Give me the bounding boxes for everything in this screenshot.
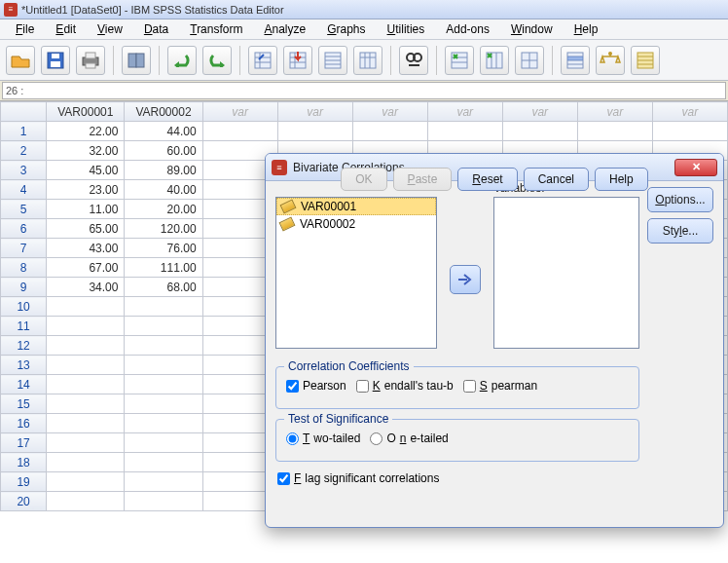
cell[interactable]: 43.00 bbox=[47, 239, 125, 258]
spearman-checkbox[interactable]: Spearman bbox=[463, 379, 537, 393]
variables-button[interactable] bbox=[318, 46, 347, 75]
cell[interactable] bbox=[47, 472, 125, 492]
cell[interactable]: 40.00 bbox=[125, 180, 202, 200]
insert-case-button[interactable] bbox=[445, 46, 474, 75]
row-header[interactable]: 9 bbox=[1, 278, 47, 297]
move-right-button[interactable] bbox=[450, 265, 481, 294]
paste-button[interactable]: Paste bbox=[393, 168, 453, 191]
menu-addons[interactable]: Add-ons bbox=[436, 20, 499, 38]
menu-graphs[interactable]: Graphs bbox=[317, 20, 375, 38]
menu-view[interactable]: View bbox=[88, 20, 132, 38]
cell[interactable]: 89.00 bbox=[125, 161, 202, 180]
value-labels-button[interactable] bbox=[631, 46, 660, 75]
cell[interactable]: 23.00 bbox=[47, 180, 125, 200]
row-header[interactable]: 19 bbox=[1, 472, 47, 492]
row-header[interactable]: 3 bbox=[1, 161, 47, 180]
two-tailed-radio[interactable]: Two-tailed bbox=[286, 432, 360, 445]
redo-button[interactable] bbox=[202, 46, 232, 75]
cell[interactable] bbox=[47, 394, 125, 414]
cell[interactable] bbox=[47, 336, 125, 356]
row-header[interactable]: 6 bbox=[1, 219, 47, 239]
cell[interactable]: 60.00 bbox=[125, 141, 202, 161]
menu-window[interactable]: Window bbox=[501, 20, 563, 38]
help-button[interactable]: Help bbox=[595, 168, 648, 191]
cell[interactable]: 76.00 bbox=[125, 239, 202, 258]
column-header-empty[interactable]: var bbox=[352, 102, 427, 122]
cell[interactable] bbox=[502, 122, 577, 141]
cell[interactable]: 34.00 bbox=[47, 278, 125, 297]
ok-button[interactable]: OK bbox=[341, 168, 386, 191]
cell[interactable] bbox=[125, 492, 202, 511]
cell[interactable] bbox=[125, 356, 202, 375]
row-header[interactable]: 18 bbox=[1, 453, 47, 472]
cell-address[interactable]: 26 : bbox=[2, 82, 726, 99]
open-button[interactable] bbox=[6, 46, 35, 75]
cell[interactable]: 11.00 bbox=[47, 200, 125, 219]
menu-help[interactable]: Help bbox=[564, 20, 608, 38]
row-header[interactable]: 5 bbox=[1, 200, 47, 219]
column-header-empty[interactable]: var bbox=[427, 102, 502, 122]
row-header[interactable]: 13 bbox=[1, 356, 47, 375]
cell[interactable]: 67.00 bbox=[47, 258, 125, 278]
row-header[interactable]: 7 bbox=[1, 239, 47, 258]
column-header[interactable]: VAR00002 bbox=[125, 102, 202, 122]
cell[interactable] bbox=[125, 375, 202, 394]
source-variable-list[interactable]: VAR00001 VAR00002 bbox=[275, 197, 437, 349]
column-header-empty[interactable]: var bbox=[277, 102, 352, 122]
row-header[interactable]: 11 bbox=[1, 317, 47, 336]
goto-case-button[interactable] bbox=[248, 46, 277, 75]
cell[interactable] bbox=[47, 375, 125, 394]
list-item[interactable]: VAR00001 bbox=[276, 198, 436, 215]
row-header[interactable]: 15 bbox=[1, 394, 47, 414]
column-header[interactable]: VAR00001 bbox=[47, 102, 125, 122]
insert-variable-button[interactable] bbox=[480, 46, 509, 75]
column-header-empty[interactable]: var bbox=[202, 102, 277, 122]
menu-analyze[interactable]: Analyze bbox=[254, 20, 315, 38]
cell[interactable]: 120.00 bbox=[125, 219, 202, 239]
cell[interactable] bbox=[125, 297, 202, 317]
split-file-button[interactable] bbox=[515, 46, 544, 75]
style-button[interactable]: Style... bbox=[647, 218, 713, 244]
undo-button[interactable] bbox=[167, 46, 197, 75]
cell[interactable] bbox=[47, 433, 125, 453]
menu-edit[interactable]: Edit bbox=[46, 20, 86, 38]
menu-utilities[interactable]: Utilities bbox=[378, 20, 435, 38]
list-item[interactable]: VAR00002 bbox=[276, 215, 436, 233]
cell[interactable] bbox=[202, 122, 277, 141]
cell[interactable] bbox=[352, 122, 427, 141]
grid-corner[interactable] bbox=[1, 102, 47, 122]
cell[interactable] bbox=[47, 356, 125, 375]
row-header[interactable]: 1 bbox=[1, 122, 47, 141]
row-header[interactable]: 16 bbox=[1, 414, 47, 433]
save-button[interactable] bbox=[41, 46, 70, 75]
weight-cases-button[interactable] bbox=[596, 46, 625, 75]
row-header[interactable]: 12 bbox=[1, 336, 47, 356]
cell[interactable] bbox=[47, 492, 125, 511]
cell[interactable]: 111.00 bbox=[125, 258, 202, 278]
cell[interactable] bbox=[125, 336, 202, 356]
print-button[interactable] bbox=[76, 46, 105, 75]
cell[interactable] bbox=[47, 414, 125, 433]
kendall-checkbox[interactable]: Kendall's tau-b bbox=[356, 379, 454, 393]
cancel-button[interactable]: Cancel bbox=[524, 168, 589, 191]
row-header[interactable]: 10 bbox=[1, 297, 47, 317]
menu-data[interactable]: Data bbox=[134, 20, 178, 38]
row-header[interactable]: 4 bbox=[1, 180, 47, 200]
goto-variable-button[interactable] bbox=[283, 46, 312, 75]
menu-file[interactable]: File bbox=[6, 20, 44, 38]
find-button[interactable] bbox=[399, 46, 428, 75]
recall-dialog-button[interactable] bbox=[122, 46, 151, 75]
cell[interactable] bbox=[125, 433, 202, 453]
row-header[interactable]: 2 bbox=[1, 141, 47, 161]
row-header[interactable]: 8 bbox=[1, 258, 47, 278]
cell[interactable] bbox=[577, 122, 652, 141]
cell[interactable] bbox=[47, 453, 125, 472]
flag-correlations-checkbox[interactable]: Flag significant correlations bbox=[277, 471, 439, 485]
row-header[interactable]: 20 bbox=[1, 492, 47, 511]
target-variable-list[interactable] bbox=[493, 197, 639, 349]
cell[interactable]: 65.00 bbox=[47, 219, 125, 239]
cell[interactable] bbox=[277, 122, 352, 141]
cell[interactable]: 32.00 bbox=[47, 141, 125, 161]
select-cases-button[interactable] bbox=[561, 46, 590, 75]
cell[interactable] bbox=[427, 122, 502, 141]
